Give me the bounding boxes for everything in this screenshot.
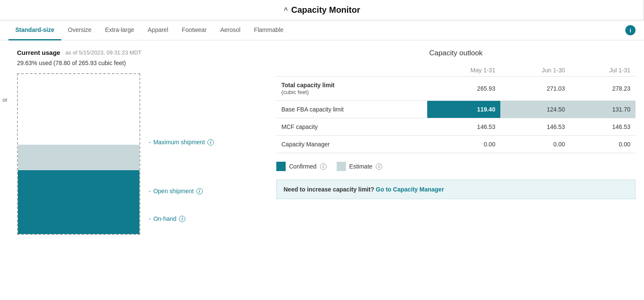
- usage-percent: 29.63% used (78.80 of 265.93 cubic feet): [17, 60, 259, 66]
- open-shipment-text: Open shipment: [153, 188, 194, 194]
- estimate-info-icon[interactable]: i: [376, 163, 382, 170]
- row-capacity-manager-jul: 0.00: [570, 136, 635, 153]
- row-mcf-may: 146.53: [427, 118, 500, 136]
- right-panel: Capacity outlook May 1-31 Jun 1-30 Jul 1…: [276, 49, 635, 235]
- tab-footwear[interactable]: Footwear: [175, 20, 213, 40]
- tab-apparel[interactable]: Apparel: [141, 20, 175, 40]
- legend-estimate: Estimate i: [337, 162, 382, 171]
- row-mcf-label: MCF capacity: [276, 118, 427, 136]
- row-total-capacity-sublabel: (cubic feet): [281, 89, 309, 95]
- collapse-chevron-icon[interactable]: ^: [284, 6, 288, 14]
- tab-oversize[interactable]: Oversize: [61, 20, 98, 40]
- open-shipment-label[interactable]: - Open shipment i: [149, 188, 203, 194]
- maximum-shipment-text: Maximum shipment: [153, 139, 205, 146]
- row-total-capacity-jun: 271.03: [500, 77, 570, 101]
- tab-standard-size[interactable]: Standard-size: [9, 20, 61, 40]
- row-base-fba-label: Base FBA capacity limit: [276, 101, 427, 118]
- estimate-label: Estimate: [349, 163, 372, 170]
- row-capacity-manager-jun: 0.00: [500, 136, 570, 153]
- tabs-row: Standard-size Oversize Extra-large Appar…: [0, 20, 644, 40]
- table-row: Capacity Manager 0.00 0.00 0.00: [276, 136, 635, 153]
- usage-timestamp: as of 5/15/2023, 09:31:23 MDT: [65, 49, 142, 56]
- bar-open-shipment: [18, 145, 139, 170]
- tab-aerosol[interactable]: Aerosol: [213, 20, 247, 40]
- estimate-swatch: [337, 162, 346, 171]
- on-hand-dash: -: [149, 215, 151, 222]
- capacity-bar-visual: [17, 73, 140, 235]
- on-hand-info-icon[interactable]: i: [179, 216, 185, 222]
- confirmed-label: Confirmed: [289, 163, 317, 170]
- bar-container: - Maximum shipment i - Open shipment i -…: [17, 73, 259, 235]
- legend-row: Confirmed i Estimate i: [276, 160, 635, 173]
- row-capacity-manager-label: Capacity Manager: [276, 136, 427, 153]
- page-title: Capacity Monitor: [291, 5, 360, 15]
- header-title-container: ^ Capacity Monitor: [284, 5, 360, 15]
- tabs-info-icon[interactable]: i: [625, 25, 635, 35]
- tab-extra-large[interactable]: Extra-large: [98, 20, 141, 40]
- capacity-monitor-header: ^ Capacity Monitor: [0, 0, 644, 20]
- open-shipment-info-icon[interactable]: i: [196, 188, 203, 194]
- cta-text: Need to increase capacity limit?: [284, 186, 374, 193]
- row-base-fba-may: 119.40: [427, 101, 500, 118]
- confirmed-swatch: [276, 162, 286, 171]
- maximum-shipment-dash: -: [149, 139, 151, 146]
- maximum-shipment-label[interactable]: - Maximum shipment i: [149, 139, 214, 146]
- table-header-label: [276, 64, 427, 77]
- cta-link[interactable]: Go to Capacity Manager: [376, 186, 444, 193]
- row-total-capacity-label: Total capacity limit (cubic feet): [276, 77, 427, 101]
- table-row: Base FBA capacity limit 119.40 124.50 13…: [276, 101, 635, 118]
- yellow-indicator: [17, 136, 18, 145]
- row-total-capacity-text: Total capacity limit: [281, 82, 335, 89]
- row-total-capacity-may: 265.93: [427, 77, 500, 101]
- table-row: Total capacity limit (cubic feet) 265.93…: [276, 77, 635, 101]
- current-usage-row: Current usage as of 5/15/2023, 09:31:23 …: [17, 49, 259, 56]
- on-hand-text: On-hand: [153, 215, 176, 222]
- tab-flammable[interactable]: Flammable: [247, 20, 290, 40]
- main-content: Current usage as of 5/15/2023, 09:31:23 …: [0, 40, 644, 243]
- row-mcf-jun: 146.53: [500, 118, 570, 136]
- row-capacity-manager-may: 0.00: [427, 136, 500, 153]
- left-panel: Current usage as of 5/15/2023, 09:31:23 …: [17, 49, 259, 235]
- confirmed-info-icon[interactable]: i: [320, 163, 326, 170]
- on-hand-label[interactable]: - On-hand i: [149, 215, 185, 222]
- row-total-capacity-jul: 278.23: [570, 77, 635, 101]
- row-base-fba-jul: 131.70: [570, 101, 635, 118]
- table-header-may: May 1-31: [427, 64, 500, 77]
- cta-banner: Need to increase capacity limit? Go to C…: [276, 180, 635, 199]
- table-row: MCF capacity 146.53 146.53 146.53: [276, 118, 635, 136]
- row-base-fba-jun: 124.50: [500, 101, 570, 118]
- bar-on-hand: [18, 170, 139, 234]
- open-shipment-dash: -: [149, 188, 151, 194]
- capacity-table: May 1-31 Jun 1-30 Jul 1-31 Total capacit…: [276, 64, 635, 153]
- maximum-shipment-info-icon[interactable]: i: [207, 139, 214, 146]
- legend-confirmed: Confirmed i: [276, 162, 326, 171]
- row-mcf-jul: 146.53: [570, 118, 635, 136]
- capacity-outlook-title: Capacity outlook: [276, 49, 635, 57]
- current-usage-label: Current usage: [17, 49, 60, 56]
- table-header-jun: Jun 1-30: [500, 64, 570, 77]
- table-header-jul: Jul 1-31: [570, 64, 635, 77]
